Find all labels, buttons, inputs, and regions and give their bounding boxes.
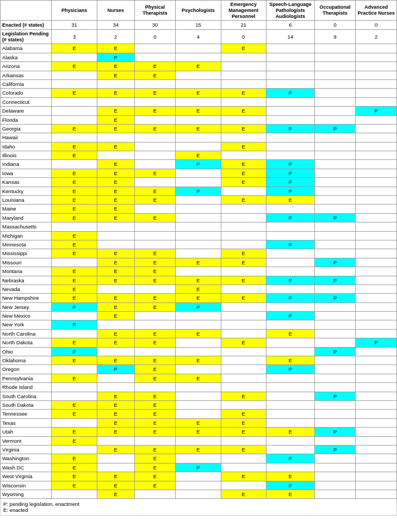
state-cell xyxy=(266,71,314,79)
state-row: AlaskaP xyxy=(1,53,397,61)
state-cell xyxy=(266,374,314,382)
state-cell: E xyxy=(134,196,176,205)
legend-e: E: enacted xyxy=(3,507,394,513)
summary-cell: 0 xyxy=(134,29,176,44)
state-cell: E xyxy=(97,356,134,365)
state-cell xyxy=(176,169,221,177)
state-cell: E xyxy=(134,428,176,436)
state-row: WisconsinEEEP xyxy=(1,481,397,490)
state-cell: E xyxy=(52,472,97,481)
state-cell xyxy=(314,490,356,498)
state-cell xyxy=(266,302,314,311)
state-cell: E xyxy=(221,178,266,187)
state-cell: E xyxy=(97,401,134,410)
state-cell xyxy=(356,490,397,498)
state-cell: E xyxy=(52,124,97,133)
state-cell: P xyxy=(314,294,356,302)
state-cell xyxy=(356,320,397,329)
state-cell xyxy=(356,79,397,88)
state-name-cell: Minnesota xyxy=(1,240,52,249)
state-cell xyxy=(221,71,266,79)
state-cell xyxy=(356,115,397,124)
state-cell: E xyxy=(221,490,266,498)
state-cell: E xyxy=(134,374,176,382)
state-cell xyxy=(221,267,266,276)
state-cell xyxy=(176,392,221,400)
state-cell: E xyxy=(134,107,176,115)
state-cell: P xyxy=(266,178,314,187)
state-cell: E xyxy=(221,107,266,115)
state-cell: E xyxy=(176,428,221,436)
state-name-cell: South Carolina xyxy=(1,392,52,400)
state-row: North CarolinaEEEE xyxy=(1,329,397,338)
state-name-cell: Texas xyxy=(1,418,52,427)
state-cell xyxy=(176,79,221,88)
state-row: New HampshireEEEEEPP xyxy=(1,294,397,302)
state-cell: E xyxy=(52,410,97,418)
state-cell xyxy=(221,231,266,240)
state-cell: E xyxy=(176,445,221,454)
state-cell xyxy=(356,481,397,490)
state-cell: E xyxy=(134,463,176,472)
state-cell xyxy=(314,169,356,177)
state-name-cell: Oregon xyxy=(1,365,52,374)
state-cell: E xyxy=(176,151,221,160)
state-row: IndianaEPEP xyxy=(1,160,397,169)
state-cell: E xyxy=(97,107,134,115)
state-cell xyxy=(356,142,397,151)
state-cell: E xyxy=(134,302,176,311)
state-row: NebraskaEEEEEPP xyxy=(1,276,397,284)
state-cell xyxy=(52,160,97,169)
state-cell xyxy=(134,205,176,213)
header-emergency: Emergency Management Personnel xyxy=(221,1,266,21)
state-row: TexasEEEE xyxy=(1,418,397,427)
state-cell xyxy=(356,463,397,472)
state-row: FloridaE xyxy=(1,115,397,124)
state-cell xyxy=(266,383,314,392)
state-name-cell: Pennsylvania xyxy=(1,374,52,382)
state-cell xyxy=(221,481,266,490)
state-row: WashingtonEEP xyxy=(1,454,397,463)
state-cell xyxy=(134,383,176,392)
state-name-cell: Florida xyxy=(1,115,52,124)
state-cell: P xyxy=(266,454,314,463)
summary-cell: 2 xyxy=(97,29,134,44)
state-cell xyxy=(176,249,221,258)
state-name-cell: Indiana xyxy=(1,160,52,169)
state-row: ColoradoEEEEEP xyxy=(1,89,397,97)
state-cell: P xyxy=(97,365,134,374)
state-cell: E xyxy=(176,276,221,284)
state-cell: P xyxy=(176,160,221,169)
state-cell xyxy=(356,374,397,382)
state-cell: P xyxy=(52,320,97,329)
state-cell: E xyxy=(52,249,97,258)
state-name-cell: New Jersey xyxy=(1,302,52,311)
state-cell: E xyxy=(97,205,134,213)
state-cell: E xyxy=(97,178,134,187)
state-cell: E xyxy=(52,213,97,222)
state-row: MichiganE xyxy=(1,231,397,240)
state-cell: E xyxy=(52,267,97,276)
state-cell: E xyxy=(134,338,176,347)
state-cell: E xyxy=(221,169,266,177)
header-state xyxy=(1,1,52,21)
state-cell xyxy=(266,53,314,61)
state-name-cell: North Dakota xyxy=(1,338,52,347)
state-cell: E xyxy=(97,124,134,133)
state-cell xyxy=(356,160,397,169)
state-cell xyxy=(176,481,221,490)
state-cell xyxy=(356,410,397,418)
state-cell xyxy=(266,79,314,88)
state-row: ArkansasEE xyxy=(1,71,397,79)
state-cell xyxy=(221,222,266,231)
state-cell xyxy=(221,454,266,463)
state-cell xyxy=(314,365,356,374)
state-cell: P xyxy=(266,312,314,320)
state-name-cell: Wyoming xyxy=(1,490,52,498)
state-cell: E xyxy=(221,294,266,302)
state-cell: E xyxy=(97,490,134,498)
state-cell xyxy=(176,44,221,53)
state-cell xyxy=(314,44,356,53)
state-cell xyxy=(314,383,356,392)
state-cell: E xyxy=(266,329,314,338)
